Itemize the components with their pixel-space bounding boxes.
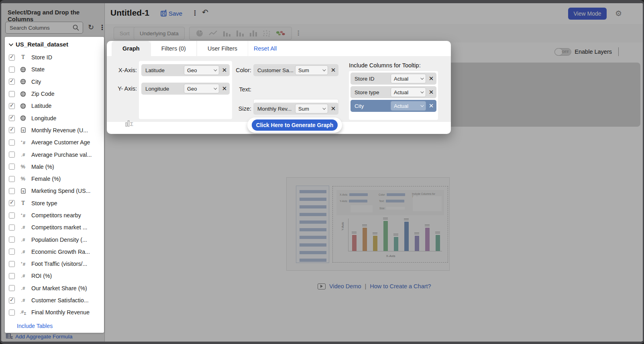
- currency-icon: $: [19, 127, 27, 133]
- tooltip-agg-dropdown[interactable]: Actual: [391, 74, 426, 83]
- column-label: Economic Growth Ra...: [31, 249, 90, 255]
- column-item[interactable]: .# Competitors market ...: [5, 221, 104, 233]
- remove-tooltip-column-icon[interactable]: ✕: [426, 89, 436, 96]
- column-label: Competitors market ...: [31, 224, 88, 231]
- column-item[interactable]: +# Average Customer Age: [5, 136, 104, 148]
- tooltip-columns-box: Store ID Actual ✕ Store type Actual ✕ Ci…: [349, 71, 438, 120]
- decimal-number-icon: .#: [19, 152, 27, 157]
- decimal-number-icon: .#: [19, 249, 27, 254]
- aggregate-bars-icon: Σ: [125, 119, 135, 127]
- column-label: Latitude: [31, 103, 52, 109]
- dataset-name: US_Retail_dataset: [16, 41, 68, 48]
- column-item[interactable]: +# Foot Traffic (visitors/...: [5, 258, 104, 270]
- column-checkbox[interactable]: [9, 67, 15, 73]
- plus-number-icon: +#: [19, 261, 27, 267]
- column-item[interactable]: .#Σ Final Monthly Revenue: [5, 306, 104, 318]
- column-item[interactable]: % Male (%): [5, 161, 104, 173]
- column-checkbox[interactable]: [9, 237, 15, 243]
- axis-drop-zone: Latitude Geo ✕ Longitude Geo ✕: [139, 61, 232, 119]
- tooltip-column-chip[interactable]: Store type Actual ✕: [351, 86, 436, 98]
- remove-size-icon[interactable]: ✕: [328, 105, 338, 112]
- column-checkbox[interactable]: [9, 164, 15, 170]
- column-item[interactable]: T Store ID: [5, 51, 104, 63]
- column-checkbox[interactable]: [9, 200, 15, 206]
- remove-tooltip-column-icon[interactable]: ✕: [426, 75, 436, 82]
- column-item[interactable]: +# Competitors nearby: [5, 209, 104, 221]
- remove-color-icon[interactable]: ✕: [328, 67, 338, 74]
- chevron-down-icon: [322, 68, 326, 71]
- column-item[interactable]: .# Economic Growth Ra...: [5, 246, 104, 258]
- column-item[interactable]: Longitude: [5, 112, 104, 124]
- x-axis-agg-dropdown[interactable]: Geo: [184, 65, 219, 75]
- column-item[interactable]: City: [5, 76, 104, 88]
- y-axis-agg-dropdown[interactable]: Geo: [184, 84, 219, 93]
- column-checkbox[interactable]: [9, 103, 15, 109]
- column-checkbox[interactable]: [9, 297, 15, 304]
- color-agg-dropdown[interactable]: Sum: [295, 65, 328, 75]
- geo-icon: [19, 103, 27, 109]
- column-label: Longitude: [31, 115, 56, 121]
- tooltip-agg-dropdown[interactable]: Actual: [391, 101, 426, 111]
- color-chip[interactable]: Customer Sa... Sum ✕: [253, 64, 338, 76]
- column-item[interactable]: % Female (%): [5, 173, 104, 185]
- tooltip-column-chip[interactable]: City Actual ✕: [351, 100, 436, 112]
- column-checkbox[interactable]: [9, 55, 15, 61]
- plus-number-icon: +#: [19, 140, 27, 145]
- tooltip-agg-dropdown[interactable]: Actual: [391, 87, 426, 97]
- column-item[interactable]: .# Our Market Share (%): [5, 282, 104, 294]
- geo-icon: [19, 91, 27, 97]
- column-checkbox[interactable]: [9, 249, 15, 255]
- tooltip-column-chip[interactable]: Store ID Actual ✕: [351, 73, 436, 85]
- tooltip-columns-label: Include Columns for Tooltip:: [349, 62, 421, 69]
- generate-graph-button[interactable]: Click Here to Generate Graph: [252, 119, 338, 131]
- remove-tooltip-column-icon[interactable]: ✕: [426, 102, 436, 109]
- column-label: Store type: [31, 200, 57, 206]
- column-checkbox[interactable]: [9, 140, 15, 146]
- reset-all-link[interactable]: Reset All: [254, 41, 277, 56]
- column-item[interactable]: Zip Code: [5, 88, 104, 100]
- column-checkbox[interactable]: [9, 188, 15, 194]
- column-item[interactable]: .# Average Purchase val...: [5, 148, 104, 160]
- column-item[interactable]: Latitude: [5, 100, 104, 112]
- column-checkbox[interactable]: [9, 261, 15, 267]
- y-axis-chip[interactable]: Longitude Geo ✕: [141, 83, 230, 95]
- column-item[interactable]: .# Customer Satisfactio...: [5, 294, 104, 306]
- column-checkbox[interactable]: [9, 273, 15, 279]
- tab-filters[interactable]: Filters (0): [151, 41, 197, 56]
- svg-text:$: $: [22, 189, 24, 193]
- tab-user-filters[interactable]: User Filters: [197, 41, 248, 56]
- dataset-toggle[interactable]: US_Retail_dataset: [5, 37, 104, 49]
- column-item[interactable]: .# Population Density (...: [5, 233, 104, 245]
- decimal-number-icon: .#: [19, 237, 27, 242]
- column-checkbox[interactable]: [9, 79, 15, 85]
- color-label: Color:: [223, 67, 251, 73]
- column-item[interactable]: $ Monthly Revenue (U...: [5, 124, 104, 136]
- geo-icon: [19, 115, 27, 121]
- column-checkbox[interactable]: [9, 152, 15, 158]
- decimal-number-icon: .#: [19, 225, 27, 230]
- column-checkbox[interactable]: [9, 212, 15, 219]
- column-checkbox[interactable]: [9, 91, 15, 97]
- column-checkbox[interactable]: [9, 225, 15, 231]
- column-item[interactable]: .# ROI (%): [5, 270, 104, 282]
- column-label: Monthly Revenue (U...: [31, 127, 88, 134]
- graph-config-dialog: Graph Filters (0) User Filters Reset All…: [107, 41, 451, 134]
- column-checkbox[interactable]: [9, 310, 15, 316]
- column-item[interactable]: State: [5, 63, 104, 75]
- columns-panel: US_Retail_dataset T Store ID State: [5, 37, 104, 333]
- column-checkbox[interactable]: [9, 285, 15, 291]
- column-item[interactable]: T Store type: [5, 197, 104, 209]
- y-axis-label: Y- Axis:: [109, 85, 137, 92]
- geo-icon: [19, 79, 27, 85]
- x-axis-chip[interactable]: Latitude Geo ✕: [141, 64, 230, 76]
- size-chip[interactable]: Monthly Rev... Sum ✕: [253, 103, 338, 115]
- column-checkbox[interactable]: [9, 115, 15, 121]
- size-agg-dropdown[interactable]: Sum: [295, 104, 328, 113]
- chevron-down-icon: [322, 106, 326, 109]
- tab-graph[interactable]: Graph: [112, 41, 151, 56]
- svg-text:Σ: Σ: [130, 121, 133, 127]
- column-item[interactable]: $ Marketing Spend (US...: [5, 185, 104, 197]
- column-checkbox[interactable]: [9, 176, 15, 182]
- column-checkbox[interactable]: [9, 127, 15, 133]
- include-tables-link[interactable]: Include Tables: [17, 323, 104, 329]
